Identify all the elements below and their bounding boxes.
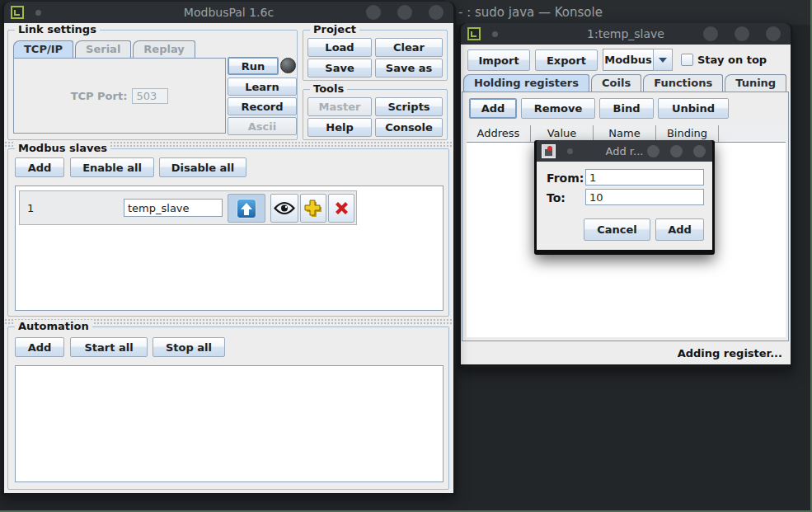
- register-remove-button[interactable]: Remove: [521, 98, 595, 119]
- maximize-button[interactable]: [735, 26, 749, 41]
- modbuspal-window: ModbusPal 1.6c Link settings TCP/IP Seri…: [2, 2, 456, 496]
- tab-holding-registers[interactable]: Holding registers: [463, 74, 589, 92]
- minimize-button[interactable]: [703, 26, 718, 41]
- help-button[interactable]: Help: [307, 118, 372, 137]
- slave-name-input[interactable]: [124, 199, 223, 217]
- master-button: Master: [307, 97, 372, 116]
- column-header-name[interactable]: Name: [594, 125, 656, 142]
- close-button[interactable]: [693, 145, 706, 157]
- tab-replay[interactable]: Replay: [133, 40, 195, 58]
- automation-group: Automation Add Start all Stop all: [7, 326, 449, 490]
- automation-list: [15, 365, 444, 482]
- stop-all-button[interactable]: Stop all: [153, 337, 225, 357]
- konsole-titlebar: - : sudo java — Konsole: [445, 0, 810, 25]
- scripts-button[interactable]: Scripts: [375, 97, 443, 116]
- register-add-button[interactable]: Add: [469, 98, 517, 119]
- slave-add-button[interactable]: Add: [15, 157, 64, 177]
- dialog-cancel-button[interactable]: Cancel: [584, 218, 650, 241]
- import-button[interactable]: Import: [467, 49, 530, 71]
- window-menu-icon[interactable]: [11, 6, 24, 19]
- tab-coils[interactable]: Coils: [591, 74, 641, 92]
- delete-x-icon: [333, 200, 350, 217]
- minimize-button[interactable]: [647, 145, 659, 157]
- slave-delete-button[interactable]: [328, 194, 354, 223]
- tab-tcpip[interactable]: TCP/IP: [13, 40, 73, 58]
- temp-slave-titlebar[interactable]: 1:temp_slave: [461, 23, 791, 45]
- slave-enable-toggle[interactable]: [228, 194, 265, 223]
- tab-tuning[interactable]: Tuning: [725, 74, 786, 92]
- modbus-slaves-title: Modbus slaves: [15, 142, 110, 154]
- export-button[interactable]: Export: [535, 49, 598, 71]
- stay-on-top-checkbox[interactable]: [681, 54, 693, 66]
- automation-title: Automation: [15, 320, 92, 332]
- dialog-titlebar[interactable]: Add r...: [537, 140, 712, 162]
- status-text: Adding register...: [678, 347, 782, 359]
- column-header-binding[interactable]: Binding: [656, 125, 719, 142]
- app-icon: [542, 144, 556, 158]
- run-led-indicator: [280, 58, 296, 73]
- from-input[interactable]: [585, 169, 704, 186]
- save-as-button[interactable]: Save as: [375, 59, 443, 78]
- save-button[interactable]: Save: [307, 59, 372, 78]
- column-header-empty: [719, 125, 786, 142]
- ascii-button: Ascii: [228, 117, 297, 135]
- pin-dot-icon: [567, 148, 573, 154]
- register-bind-button[interactable]: Bind: [599, 98, 654, 119]
- slave-row[interactable]: 1: [19, 190, 357, 225]
- enable-arrow-icon: [237, 199, 256, 218]
- window-menu-icon[interactable]: [467, 27, 481, 40]
- console-button[interactable]: Console: [375, 118, 443, 137]
- combobox-arrow-icon[interactable]: [653, 49, 673, 71]
- tab-serial[interactable]: Serial: [75, 40, 131, 58]
- maximize-button[interactable]: [670, 145, 683, 157]
- status-bar: Adding register...: [461, 341, 791, 364]
- stay-on-top-label: Stay on top: [697, 54, 767, 66]
- slave-view-button[interactable]: [270, 194, 298, 223]
- register-unbind-button[interactable]: Unbind: [658, 98, 729, 119]
- slave-list: 1: [15, 186, 444, 311]
- run-button[interactable]: Run: [228, 57, 279, 75]
- eye-icon: [274, 201, 295, 215]
- tcp-port-input[interactable]: [132, 88, 168, 104]
- pin-dot-icon: [35, 10, 41, 16]
- tools-title: Tools: [310, 82, 347, 95]
- slave-id: 1: [27, 202, 34, 214]
- close-button[interactable]: [766, 26, 781, 41]
- tools-group: Tools Master Scripts Help Console: [303, 89, 448, 140]
- load-button[interactable]: Load: [307, 38, 372, 57]
- record-button[interactable]: Record: [228, 97, 297, 115]
- plus-icon: [304, 200, 322, 218]
- clear-button[interactable]: Clear: [375, 38, 443, 57]
- to-input[interactable]: [585, 189, 704, 205]
- konsole-title: - : sudo java — Konsole: [445, 5, 603, 20]
- protocol-combobox[interactable]: Modbus: [603, 49, 654, 71]
- from-label: From:: [547, 171, 584, 185]
- pin-dot-icon: [492, 31, 498, 37]
- column-header-value[interactable]: Value: [531, 125, 594, 142]
- column-header-address[interactable]: Address: [467, 125, 531, 142]
- slave-add-automation-button[interactable]: [300, 194, 326, 223]
- tab-functions[interactable]: Functions: [643, 74, 723, 92]
- project-title: Project: [310, 23, 359, 35]
- start-all-button[interactable]: Start all: [70, 337, 148, 357]
- close-button[interactable]: [429, 5, 444, 20]
- disable-all-button[interactable]: Disable all: [159, 157, 246, 177]
- project-group: Project Load Clear Save Save as: [303, 30, 448, 81]
- tcp-port-label: TCP Port:: [71, 90, 128, 102]
- automation-add-button[interactable]: Add: [15, 337, 64, 357]
- tcpip-panel: TCP Port:: [13, 58, 226, 134]
- to-label: To:: [547, 191, 566, 204]
- dialog-add-button[interactable]: Add: [655, 218, 704, 241]
- enable-all-button[interactable]: Enable all: [70, 157, 154, 177]
- add-registers-dialog: Add r... From: To: Cancel Add: [534, 140, 715, 255]
- link-settings-title: Link settings: [15, 23, 100, 35]
- link-settings-group: Link settings TCP/IP Serial Replay TCP P…: [7, 30, 298, 140]
- modbus-slaves-group: Modbus slaves Add Enable all Disable all…: [7, 148, 449, 317]
- learn-button[interactable]: Learn: [228, 78, 297, 96]
- minimize-button[interactable]: [366, 5, 381, 20]
- modbuspal-titlebar[interactable]: ModbusPal 1.6c: [4, 2, 453, 23]
- maximize-button[interactable]: [397, 5, 412, 20]
